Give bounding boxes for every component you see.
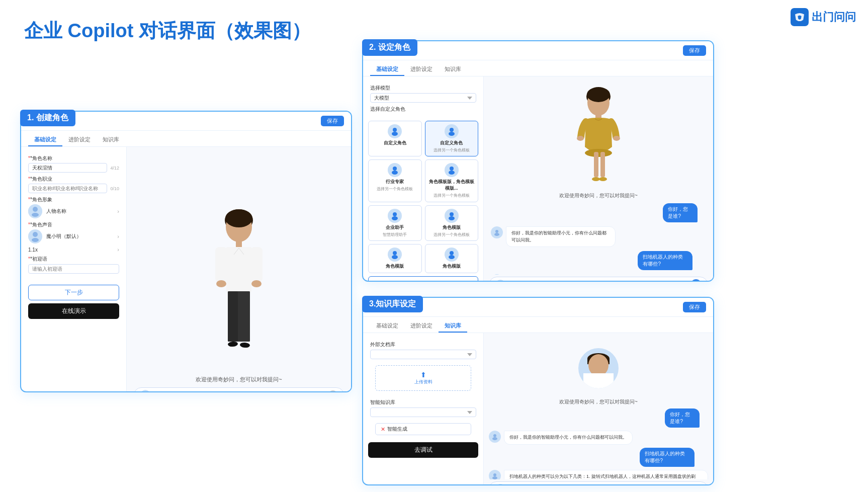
- role-card-icon-6: [388, 248, 402, 262]
- svg-rect-12: [240, 291, 250, 342]
- panel2-bot-row-1: 你好，我是你的智能助理小元，你有什么问题都可以问我。: [491, 226, 706, 247]
- role-profession-counter: 0/10: [110, 186, 119, 191]
- panel1-chat-welcome: 欢迎使用奇妙问，您可以对我提问~: [134, 376, 344, 383]
- role-card-6[interactable]: 角色模版: [368, 244, 422, 273]
- role-card-0[interactable]: 自定义角色: [368, 121, 422, 156]
- panel1-save-button[interactable]: 保存: [321, 116, 344, 126]
- panel1-tab-advanced[interactable]: 进阶设定: [62, 134, 97, 146]
- panel3-chat-area: 欢迎使用奇妙问，您可以对我提问~ 你好，您是谁? 你好，我是你的智能助理小元，你…: [484, 395, 713, 479]
- upload-area[interactable]: ⬆ 上传资料: [375, 365, 471, 391]
- panel1-chat-input[interactable]: [153, 392, 325, 393]
- panel3-bot-answer: 扫地机器人的种类可以分为以下几类：1. 旋转式扫地机器人，这种机器人通常采用圆盘…: [504, 470, 708, 480]
- panel1-chat: 欢迎使用奇妙问，您可以对我提问~: [127, 373, 351, 392]
- svg-point-21: [393, 128, 397, 132]
- svg-point-18: [240, 342, 250, 348]
- panel3-demo-button[interactable]: 去调试: [368, 442, 478, 458]
- panel1-send-button[interactable]: [328, 390, 337, 392]
- role-grid: 自定义角色 自定义角色 选择另一个角色模板 行业专家 选择另一个角色模板: [363, 118, 483, 276]
- panel2-tab-advanced[interactable]: 进阶设定: [404, 63, 439, 76]
- role-voice-row[interactable]: 魔小明（默认） ›: [28, 229, 119, 243]
- panel3-tab-advanced[interactable]: 进阶设定: [404, 320, 439, 333]
- panel2-chat-area: 欢迎使用奇妙问，您可以对我提问~ 你好，您是谁? 你好，我是你的智能助理小元，你…: [484, 187, 713, 275]
- svg-point-44: [592, 177, 600, 181]
- role-name-counter: 4/12: [110, 166, 119, 171]
- panel3-send-button[interactable]: [692, 484, 702, 485]
- panel3-user-msg: 你好，您是谁?: [665, 408, 699, 428]
- panel2-chat-input-row[interactable]: [489, 277, 708, 282]
- panel3-headshot: [578, 348, 619, 388]
- model-select[interactable]: 大模型: [370, 93, 476, 103]
- panel2-tab-basic[interactable]: 基础设定: [370, 63, 404, 76]
- person-figure-2: [566, 81, 631, 187]
- role-card-1[interactable]: 自定义角色 选择另一个角色模板: [425, 121, 479, 156]
- role-profession-input[interactable]: [28, 184, 107, 193]
- panel1-footer: 下一步 在线演示: [21, 281, 126, 323]
- svg-point-4: [32, 238, 39, 242]
- role-card-3[interactable]: 角色模板版，角色模板模版... 选择另一个角色模板: [425, 159, 479, 202]
- panel1-avatar-area: [196, 147, 282, 392]
- role-card-7[interactable]: 角色模版: [425, 244, 479, 273]
- role-card-name-7: 角色模版: [443, 263, 461, 270]
- panel1-tab-knowledge[interactable]: 知识库: [97, 134, 125, 146]
- panel3-save-button[interactable]: 保存: [683, 302, 706, 312]
- role-card-2[interactable]: 行业专家 选择另一个角色模板: [368, 159, 422, 202]
- svg-point-33: [393, 251, 397, 255]
- speed-value: 1.1x: [28, 247, 38, 253]
- svg-point-46: [577, 136, 584, 141]
- panel2-tab-knowledge[interactable]: 知识库: [439, 63, 467, 76]
- svg-point-15: [216, 280, 226, 287]
- voice-arrow: ›: [117, 233, 119, 239]
- svg-point-2: [32, 213, 39, 217]
- panel2-next-button[interactable]: 下一步: [368, 276, 478, 282]
- svg-point-34: [392, 255, 398, 259]
- panel-set-role: 返回 创建角色 保存 基础设定 进阶设定 知识库 选择模型 大模型 选择自定义角…: [362, 40, 714, 282]
- panel1-tab-basic[interactable]: 基础设定: [28, 134, 62, 146]
- svg-rect-11: [228, 291, 238, 342]
- role-card-4[interactable]: 企业助手 智慧助理助手: [368, 205, 422, 241]
- panel3-welcome: 欢迎使用奇妙问，您可以对我提问~: [489, 398, 708, 405]
- role-card-desc-1: 选择另一个角色模板: [433, 148, 470, 153]
- panel2-welcome: 欢迎使用奇妙问，您可以对我提问~: [491, 192, 706, 199]
- role-card-name-6: 角色模版: [386, 263, 404, 270]
- panel1-next-button[interactable]: 下一步: [28, 285, 119, 300]
- logo: 出门问问: [791, 8, 856, 26]
- role-name-row: 4/12: [28, 163, 119, 173]
- role-name-input[interactable]: [28, 163, 107, 173]
- panel1-chat-input-row[interactable]: [134, 387, 344, 392]
- role-card-name-2: 行业专家: [386, 179, 404, 185]
- ai-generate-select[interactable]: [370, 407, 476, 417]
- role-card-desc-2: 选择另一个角色模板: [377, 187, 413, 192]
- panel2-send-button[interactable]: [690, 279, 702, 282]
- role-name-label: **角色名称: [28, 155, 119, 162]
- role-voice-label: **角色声音: [28, 221, 119, 228]
- role-image-row[interactable]: 人物名称 ›: [28, 204, 119, 218]
- role-card-icon-3: [445, 163, 459, 177]
- panel3-tab-knowledge[interactable]: 知识库: [439, 320, 467, 333]
- svg-point-49: [494, 233, 499, 236]
- role-card-name-3: 角色模板版，角色模板模版...: [428, 179, 475, 192]
- panel3-tab-basic[interactable]: 基础设定: [370, 320, 404, 333]
- panel3-chat-input-row[interactable]: [489, 481, 708, 485]
- role-card-5[interactable]: 角色模版 选择另一个角色模板: [425, 205, 479, 241]
- panel3-avatar-area: [484, 333, 713, 395]
- panel2-preview: 欢迎使用奇妙问，您可以对我提问~ 你好，您是谁? 你好，我是你的智能助理小元，你…: [484, 76, 713, 282]
- svg-point-48: [495, 230, 498, 233]
- svg-point-27: [450, 167, 454, 171]
- intro-input[interactable]: [28, 264, 119, 274]
- role-type-label: 选择自定义角色: [370, 106, 476, 113]
- upload-text: 上传资料: [381, 379, 466, 385]
- panel3-bot-response: 你好，我是你的智能助理小元，你有什么问题都可以问我。: [504, 431, 633, 445]
- svg-point-7: [225, 209, 252, 227]
- svg-point-39: [587, 87, 610, 102]
- panel1-demo-button[interactable]: 在线演示: [28, 303, 119, 319]
- panel3-form-section: 外部文档库 ⬆ 上传资料 智能知识库 ✕ 智能生成: [363, 337, 483, 442]
- upload-select[interactable]: [370, 350, 476, 359]
- role-card-name-0: 自定义角色: [384, 140, 406, 146]
- panel2-user-question: 扫地机器人的种类有哪些?: [638, 251, 692, 270]
- svg-rect-8: [236, 240, 242, 248]
- svg-point-29: [393, 212, 397, 216]
- panel2-save-button[interactable]: 保存: [683, 45, 706, 56]
- svg-point-56: [493, 434, 496, 437]
- intro-label: **初迎语: [28, 256, 119, 263]
- ai-generate-button[interactable]: ✕ 智能生成: [375, 423, 471, 435]
